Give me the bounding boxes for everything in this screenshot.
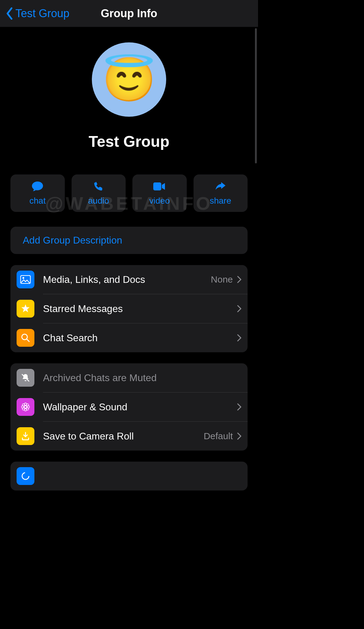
row-wallpaper-sound[interactable]: Wallpaper & Sound [10, 393, 248, 421]
chat-icon [31, 181, 44, 192]
audio-label: audio [88, 196, 109, 206]
star-icon [17, 300, 34, 318]
video-icon [153, 181, 166, 192]
share-arrow-icon [214, 181, 227, 192]
chat-label: chat [29, 196, 46, 206]
svg-rect-0 [153, 182, 161, 190]
chat-button[interactable]: chat [10, 174, 65, 212]
chevron-left-icon [6, 7, 14, 20]
muted-bell-icon [17, 369, 34, 387]
flower-icon [17, 398, 34, 416]
row-partial[interactable] [10, 462, 248, 490]
avatar-emoji: 😇 [102, 54, 156, 105]
row-save-camera-roll[interactable]: Save to Camera Roll Default [10, 422, 248, 451]
share-label: share [210, 196, 231, 206]
action-row: chat audio video share [10, 174, 248, 212]
svg-point-6 [24, 406, 27, 408]
navigation-bar: Test Group Group Info [0, 0, 258, 27]
description-card: Add Group Description [10, 227, 248, 254]
video-label: video [149, 196, 170, 206]
row-archived-muted: Archived Chats are Muted [10, 363, 248, 392]
chevron-right-icon [237, 276, 241, 283]
chevron-right-icon [237, 305, 241, 312]
phone-icon [93, 181, 104, 192]
row-starred-messages[interactable]: Starred Messages [10, 294, 248, 323]
section-next-partial [10, 462, 248, 490]
download-icon [17, 427, 34, 445]
row-label: Archived Chats are Muted [43, 372, 241, 384]
group-avatar[interactable]: 😇 [92, 42, 166, 117]
row-label: Starred Messages [43, 303, 237, 314]
row-value: Default [204, 431, 233, 441]
row-media-links-docs[interactable]: Media, Links, and Docs None [10, 265, 248, 294]
row-label: Wallpaper & Sound [43, 401, 237, 413]
section-media: Media, Links, and Docs None Starred Mess… [10, 265, 248, 352]
svg-point-15 [22, 473, 29, 479]
row-label: Media, Links, and Docs [43, 274, 211, 285]
app-viewport: Test Group Group Info 😇 Test Group @WABE… [0, 0, 258, 629]
add-description-button[interactable]: Add Group Description [10, 227, 248, 254]
back-label: Test Group [15, 7, 69, 20]
section-settings: Archived Chats are Muted Wallpaper & Sou… [10, 363, 248, 451]
chevron-right-icon [237, 403, 241, 411]
row-value: None [211, 274, 233, 285]
share-button[interactable]: share [194, 174, 248, 212]
audio-button[interactable]: audio [72, 174, 126, 212]
svg-line-4 [27, 339, 29, 342]
circle-icon [17, 467, 34, 485]
content-area: 😇 Test Group @WABETAINFO chat audio [0, 27, 258, 490]
page-title: Group Info [101, 7, 157, 20]
search-icon [17, 329, 34, 347]
chevron-right-icon [237, 334, 241, 342]
scrollbar[interactable] [255, 28, 257, 163]
row-chat-search[interactable]: Chat Search [10, 323, 248, 352]
svg-point-2 [22, 277, 24, 279]
photo-icon [17, 271, 34, 288]
chevron-right-icon [237, 432, 241, 440]
group-header: 😇 Test Group [10, 27, 248, 150]
back-button[interactable]: Test Group [0, 7, 69, 20]
row-label: Chat Search [43, 332, 237, 344]
video-button[interactable]: video [132, 174, 187, 212]
row-label: Save to Camera Roll [43, 431, 204, 442]
group-name: Test Group [89, 133, 170, 150]
